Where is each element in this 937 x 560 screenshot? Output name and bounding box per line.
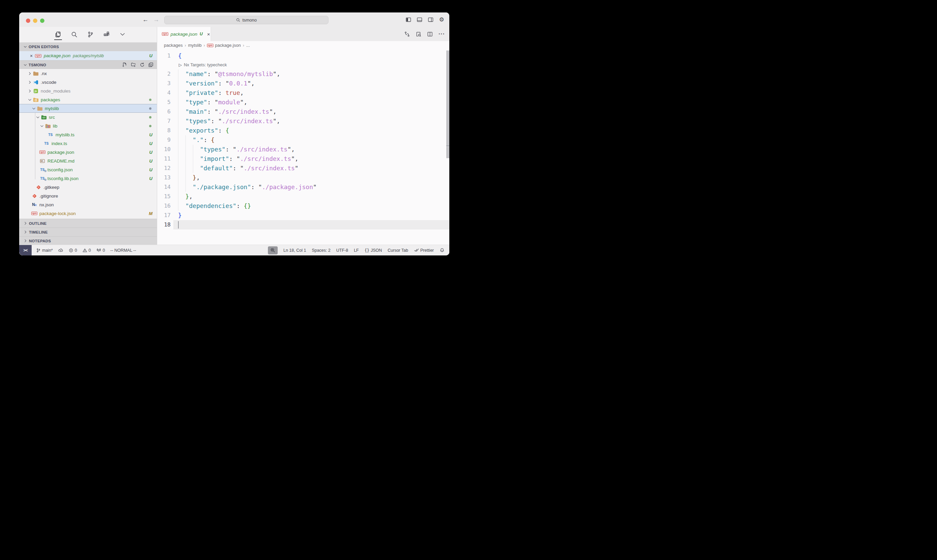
- git-branch-icon: [36, 248, 41, 253]
- code-line-8[interactable]: 8 "exports": {: [157, 126, 449, 135]
- status-braces[interactable]: {}JSON: [365, 248, 382, 253]
- collapse-all-button[interactable]: [148, 62, 154, 68]
- close-window-button[interactable]: [26, 18, 30, 23]
- tree-item-node-modules[interactable]: jsnode_modules: [19, 86, 157, 95]
- toggle-secondary-sidebar-icon[interactable]: [428, 17, 434, 23]
- codelens-nx-targets[interactable]: ▷ Nx Targets: typecheck: [179, 61, 227, 69]
- code-line-11[interactable]: 11 "import": "./src/index.ts",: [157, 154, 449, 163]
- status-spaces-2[interactable]: Spaces: 2: [312, 248, 331, 253]
- activity-search-button[interactable]: [70, 29, 78, 40]
- section-timeline[interactable]: TIMELINE: [19, 228, 157, 236]
- search-editor-icon[interactable]: [415, 31, 422, 37]
- editor-scrollbar[interactable]: [446, 51, 449, 146]
- navigate-forward-button[interactable]: →: [153, 15, 159, 23]
- status--normal-[interactable]: -- NORMAL --: [111, 248, 136, 253]
- code-line-10[interactable]: 10 "types": "./src/index.ts",: [157, 145, 449, 154]
- section-notepads[interactable]: NOTEPADS: [19, 236, 157, 245]
- tree-item--vscode[interactable]: .vscode: [19, 78, 157, 86]
- open-editor-item[interactable]: × npm package.json packages/mytslib U: [19, 51, 157, 60]
- chevron-right-icon: [27, 89, 33, 93]
- tree-item-nx-json[interactable]: Nxnx.json: [19, 200, 157, 209]
- toggle-primary-sidebar-icon[interactable]: [405, 17, 411, 23]
- status-cloud-upload[interactable]: [58, 248, 63, 253]
- tree-item-package-lock-json[interactable]: npmpackage-lock.jsonM: [19, 209, 157, 218]
- line-content: "default": "./src/index.ts": [178, 163, 298, 173]
- tree-item-tsconfig-lib-json[interactable]: TS⚙︎tsconfig.lib.jsonU: [19, 174, 157, 183]
- code-line-17[interactable]: 17}: [157, 211, 449, 220]
- code-line-6[interactable]: 6 "main": "./src/index.ts",: [157, 107, 449, 117]
- remote-indicator[interactable]: ><: [19, 245, 32, 255]
- line-content: "types": "./src/index.ts",: [178, 117, 280, 126]
- line-content: "import": "./src/index.ts",: [178, 154, 298, 163]
- tree-item--gitignore[interactable]: .gitignore: [19, 191, 157, 200]
- toggle-panel-icon[interactable]: [416, 17, 422, 23]
- tree-item-mytslib[interactable]: mytslib: [19, 104, 157, 113]
- code-line-18[interactable]: 18: [157, 220, 449, 229]
- code-line-5[interactable]: 5 "type": "module",: [157, 98, 449, 107]
- close-tab-icon[interactable]: ×: [207, 31, 210, 37]
- code-line-4[interactable]: 4 "private": true,: [157, 88, 449, 98]
- tree-item-package-json[interactable]: npmpackage.jsonU: [19, 148, 157, 157]
- code-line-16[interactable]: 16 "dependencies": {}: [157, 201, 449, 211]
- status-ln-18-col-1[interactable]: Ln 18, Col 1: [283, 248, 306, 253]
- minimize-window-button[interactable]: [33, 18, 37, 23]
- status-prettier-check[interactable]: Prettier: [414, 248, 434, 253]
- tree-item-readme-md[interactable]: M↓README.mdU: [19, 157, 157, 165]
- breadcrumb-item[interactable]: mytslib: [188, 43, 202, 48]
- status-utf-8[interactable]: UTF-8: [336, 248, 348, 253]
- new-file-button[interactable]: [122, 62, 127, 68]
- more-actions-icon[interactable]: ···: [438, 31, 445, 37]
- tree-item-packages[interactable]: packages: [19, 95, 157, 104]
- command-center-search[interactable]: tsmono: [164, 16, 328, 24]
- tree-item-lib[interactable]: lib: [19, 122, 157, 130]
- workspace-header[interactable]: TSMONO: [19, 60, 157, 69]
- status-cursor-tab[interactable]: Cursor Tab: [388, 248, 408, 253]
- code-line-14[interactable]: 14 "./package.json": "./package.json": [157, 182, 449, 192]
- activity-extensions-button[interactable]: [103, 29, 111, 40]
- activity-source-control-button[interactable]: [86, 29, 94, 40]
- tree-item-index-ts[interactable]: TSindex.tsU: [19, 139, 157, 148]
- activity-chevron-down-button[interactable]: [119, 29, 126, 40]
- code-line-7[interactable]: 7 "types": "./src/index.ts",: [157, 117, 449, 126]
- close-icon[interactable]: ×: [30, 53, 33, 58]
- navigate-back-button[interactable]: ←: [142, 15, 148, 23]
- new-folder-button[interactable]: [131, 62, 136, 68]
- status-warning-triangle[interactable]: 0: [83, 248, 91, 253]
- breadcrumb-item[interactable]: npmpackage.json: [207, 43, 241, 48]
- tree-item-label: mytslib: [45, 106, 59, 111]
- tree-item--gitkeep[interactable]: .gitkeep: [19, 183, 157, 191]
- tree-item-tsconfig-json[interactable]: TS⚙︎tsconfig.jsonU: [19, 165, 157, 174]
- refresh-button[interactable]: [140, 62, 145, 68]
- open-changes-icon[interactable]: [404, 31, 410, 37]
- open-editor-filename: package.json: [44, 53, 71, 58]
- status-error-circle[interactable]: 0: [69, 248, 77, 253]
- code-line-1[interactable]: 1{: [157, 51, 449, 61]
- breadcrumb-item[interactable]: packages: [164, 43, 183, 48]
- npm-icon: npm: [162, 32, 168, 36]
- status-broadcast[interactable]: 0: [96, 248, 105, 253]
- tree-item-mytslib-ts[interactable]: TSmytslib.tsU: [19, 130, 157, 139]
- breadcrumb-item[interactable]: ...: [246, 43, 250, 48]
- status-bell[interactable]: [440, 248, 445, 253]
- editor-group: npm package.json U ×: [157, 27, 449, 245]
- status-zoom-plus[interactable]: [268, 246, 278, 254]
- editor-scrollbar-end[interactable]: [446, 147, 449, 158]
- tree-item-src[interactable]: </>src: [19, 113, 157, 122]
- code-line-3[interactable]: 3 "version": "0.0.1",: [157, 79, 449, 88]
- code-editor[interactable]: ▷ Nx Targets: typecheck 1{2 "name": "@ts…: [157, 49, 449, 245]
- code-line-9[interactable]: 9 ".": {: [157, 135, 449, 145]
- code-line-15[interactable]: 15 },: [157, 192, 449, 201]
- code-line-13[interactable]: 13 },: [157, 173, 449, 182]
- section-outline[interactable]: OUTLINE: [19, 219, 157, 228]
- tree-item--nx[interactable]: .nx: [19, 69, 157, 78]
- status-lf[interactable]: LF: [354, 248, 359, 253]
- settings-gear-icon[interactable]: ⚙︎: [438, 17, 445, 23]
- zoom-window-button[interactable]: [40, 18, 45, 23]
- activity-files-button[interactable]: [54, 29, 62, 40]
- tab-package-json[interactable]: npm package.json U ×: [157, 27, 211, 41]
- open-editors-header[interactable]: OPEN EDITORS: [19, 42, 157, 51]
- code-line-12[interactable]: 12 "default": "./src/index.ts": [157, 163, 449, 173]
- code-line-2[interactable]: 2 "name": "@tsmono/mytslib",: [157, 69, 449, 79]
- status-git-branch[interactable]: main*: [36, 248, 53, 253]
- split-editor-icon[interactable]: [427, 31, 433, 37]
